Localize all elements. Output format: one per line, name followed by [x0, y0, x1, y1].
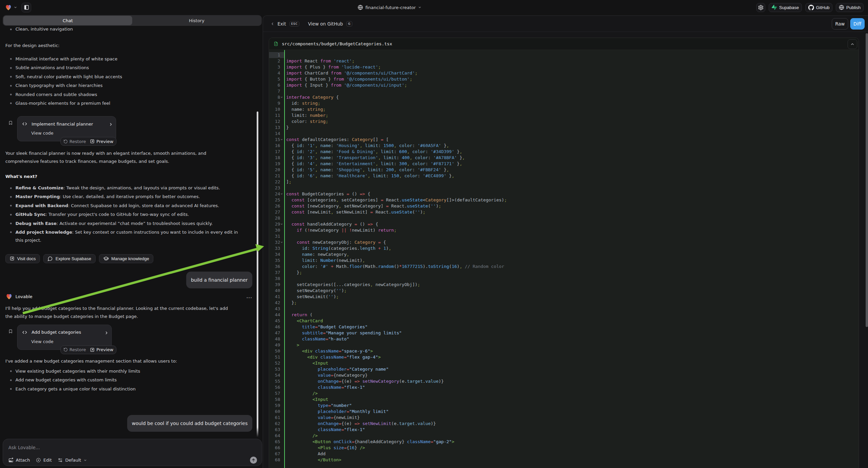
project-dropdown[interactable]: financial-future-creator — [358, 0, 422, 15]
line-number[interactable]: 62 — [269, 421, 284, 427]
line-number[interactable]: 3 — [269, 64, 284, 70]
chat-scrollbar[interactable] — [257, 112, 258, 437]
manage-knowledge-button[interactable]: Manage knowledge — [99, 254, 154, 263]
attach-button[interactable]: Attach — [8, 458, 30, 463]
line-number[interactable]: 42 — [269, 300, 284, 306]
message-menu-button[interactable]: ... — [246, 294, 252, 299]
line-number[interactable]: 20 — [269, 167, 284, 173]
line-number[interactable]: 18 — [269, 155, 284, 161]
line-number[interactable]: 68 — [269, 457, 284, 463]
line-number[interactable]: 28 — [269, 215, 284, 221]
logo-chevron-down-icon[interactable] — [14, 6, 17, 9]
line-number[interactable]: 50 — [269, 348, 284, 354]
line-number[interactable]: 58 — [269, 397, 284, 403]
line-number[interactable]: 5 — [269, 76, 284, 82]
line-number[interactable]: 36 — [269, 264, 284, 270]
lovable-logo-icon[interactable] — [5, 4, 12, 11]
line-number[interactable]: 25 — [269, 197, 284, 203]
line-number[interactable]: 54 — [269, 372, 284, 378]
visit-docs-button[interactable]: Visit docs — [5, 254, 40, 263]
restore-button[interactable]: Restore — [69, 139, 86, 144]
line-number[interactable]: 11 — [269, 113, 284, 118]
supabase-button[interactable]: Supabase — [769, 3, 802, 12]
fold-chevron-icon[interactable] — [280, 193, 284, 195]
line-number[interactable]: 40 — [269, 288, 284, 294]
fold-chevron-icon[interactable] — [280, 96, 284, 99]
publish-button[interactable]: Publish — [836, 3, 864, 12]
line-number[interactable]: 17 — [269, 149, 284, 155]
line-number[interactable]: 56 — [269, 384, 284, 390]
line-number[interactable]: 39 — [269, 282, 284, 288]
preview-button[interactable]: Preview — [96, 347, 114, 352]
preview-button[interactable]: Preview — [96, 139, 114, 144]
line-number[interactable]: 16 — [269, 143, 284, 149]
line-number[interactable]: 24 — [269, 191, 284, 197]
line-number[interactable]: 63 — [269, 427, 284, 433]
view-on-github-button[interactable]: View on GitHub — [308, 21, 343, 27]
line-number[interactable]: 23 — [269, 185, 284, 191]
line-number[interactable]: 2 — [269, 58, 284, 64]
fold-chevron-icon[interactable] — [280, 223, 284, 226]
view-code-link[interactable]: View code — [31, 130, 111, 136]
fold-chevron-icon[interactable] — [280, 138, 284, 141]
line-number[interactable]: 34 — [269, 252, 284, 258]
line-number[interactable]: 8 — [269, 94, 284, 100]
diff-toggle-button[interactable]: Diff — [850, 18, 865, 30]
line-number[interactable]: 22 — [269, 179, 284, 185]
line-number[interactable]: 13 — [269, 124, 284, 130]
line-number[interactable]: 53 — [269, 366, 284, 372]
line-number[interactable]: 65 — [269, 439, 284, 445]
line-number[interactable]: 60 — [269, 409, 284, 415]
line-number[interactable]: 30 — [269, 227, 284, 233]
line-number[interactable]: 51 — [269, 354, 284, 360]
code-panel-scrollbar[interactable] — [866, 33, 868, 327]
line-number[interactable]: 15 — [269, 137, 284, 143]
line-number[interactable]: 46 — [269, 324, 284, 330]
line-number[interactable]: 64 — [269, 433, 284, 439]
exit-button[interactable]: Exit — [277, 21, 286, 27]
line-number[interactable]: 9 — [269, 100, 284, 107]
github-button[interactable]: GitHub — [805, 3, 832, 12]
fold-chevron-icon[interactable] — [280, 241, 284, 244]
line-number[interactable]: 10 — [269, 107, 284, 113]
raw-toggle-button[interactable]: Raw — [832, 18, 848, 30]
line-number[interactable]: 26 — [269, 203, 284, 209]
explore-supabase-button[interactable]: Explore Supabase — [43, 254, 95, 263]
line-number[interactable]: 33 — [269, 245, 284, 252]
tab-history[interactable]: History — [132, 16, 261, 25]
line-number[interactable]: 48 — [269, 336, 284, 342]
line-number[interactable]: 47 — [269, 330, 284, 336]
line-number[interactable]: 59 — [269, 403, 284, 409]
send-button[interactable] — [250, 457, 257, 464]
line-number[interactable]: 37 — [269, 270, 284, 275]
line-number[interactable]: 45 — [269, 318, 284, 324]
line-number[interactable]: 7 — [269, 88, 284, 94]
edit-mode-button[interactable]: Edit — [36, 458, 52, 463]
line-number[interactable]: 41 — [269, 294, 284, 300]
line-number[interactable]: 29 — [269, 221, 284, 227]
line-number[interactable]: 52 — [269, 360, 284, 366]
line-number[interactable]: 19 — [269, 161, 284, 167]
tab-chat[interactable]: Chat — [3, 16, 132, 25]
line-number[interactable]: 43 — [269, 306, 284, 312]
line-number[interactable]: 21 — [269, 173, 284, 179]
line-number[interactable]: 32 — [269, 239, 284, 245]
collapse-file-button[interactable] — [847, 39, 857, 49]
line-number[interactable]: 55 — [269, 378, 284, 384]
line-number[interactable]: 38 — [269, 275, 284, 282]
line-number[interactable]: 31 — [269, 233, 284, 239]
line-number[interactable]: 61 — [269, 415, 284, 421]
line-number[interactable]: 67 — [269, 451, 284, 457]
view-code-link[interactable]: View code — [31, 339, 107, 345]
line-number[interactable]: 66 — [269, 445, 284, 451]
line-number[interactable]: 49 — [269, 342, 284, 348]
line-number[interactable]: 44 — [269, 312, 284, 318]
settings-button[interactable] — [756, 3, 765, 12]
file-header[interactable]: src/components/budget/BudgetCategories.t… — [269, 38, 859, 50]
line-number[interactable]: 1 — [269, 52, 284, 58]
line-number[interactable]: 35 — [269, 258, 284, 264]
restore-button[interactable]: Restore — [69, 347, 86, 352]
model-select[interactable]: Default — [58, 458, 87, 463]
line-number[interactable]: 57 — [269, 390, 284, 397]
code-content[interactable]: 12import React from 'react';3import { Pl… — [269, 50, 859, 468]
